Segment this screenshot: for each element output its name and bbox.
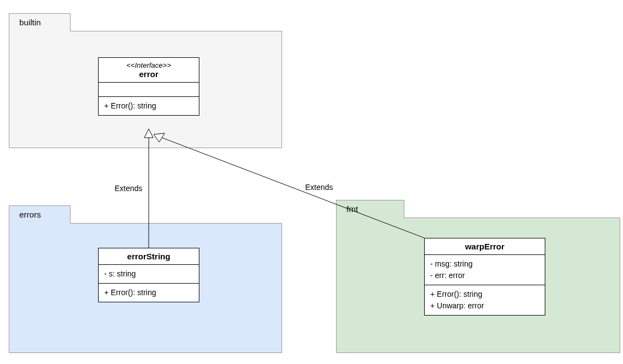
label-extends-2: Extends bbox=[305, 183, 333, 192]
package-builtin-tab: builtin bbox=[9, 13, 71, 31]
interface-error: <<Interface>> error + Error(): string bbox=[98, 57, 199, 116]
interface-error-attributes bbox=[99, 83, 199, 97]
interface-error-name: error bbox=[103, 69, 194, 79]
class-warperror-header: warpError bbox=[425, 238, 545, 255]
package-builtin-label: builtin bbox=[19, 18, 41, 27]
class-warperror-name: warpError bbox=[429, 242, 540, 251]
class-warperror-method-unwarp: + Unwarp: error bbox=[430, 300, 539, 312]
class-errorstring-name: errorString bbox=[103, 252, 194, 261]
package-errors-label: errors bbox=[19, 210, 41, 219]
class-errorstring-attributes: - s: string bbox=[99, 265, 199, 284]
interface-error-methods: + Error(): string bbox=[99, 97, 199, 115]
class-errorstring-header: errorString bbox=[99, 248, 199, 265]
package-fmt-label: fmt bbox=[346, 204, 358, 214]
class-errorstring-methods: + Error(): string bbox=[99, 284, 199, 302]
class-warperror-attr-msg: - msg: string bbox=[430, 258, 539, 270]
class-errorstring: errorString - s: string + Error(): strin… bbox=[98, 248, 199, 302]
class-warperror-method-error: + Error(): string bbox=[430, 289, 539, 300]
interface-error-header: <<Interface>> error bbox=[99, 58, 199, 83]
interface-error-stereotype: <<Interface>> bbox=[103, 61, 194, 69]
class-warperror-attr-err: - err: error bbox=[430, 270, 539, 281]
class-warperror-methods: + Error(): string + Unwarp: error bbox=[425, 285, 545, 315]
package-errors-tab: errors bbox=[9, 205, 71, 224]
label-extends-1: Extends bbox=[115, 184, 143, 193]
class-warperror: warpError - msg: string - err: error + E… bbox=[424, 238, 545, 316]
class-warperror-attributes: - msg: string - err: error bbox=[425, 255, 545, 285]
package-fmt-tab: fmt bbox=[336, 200, 404, 218]
